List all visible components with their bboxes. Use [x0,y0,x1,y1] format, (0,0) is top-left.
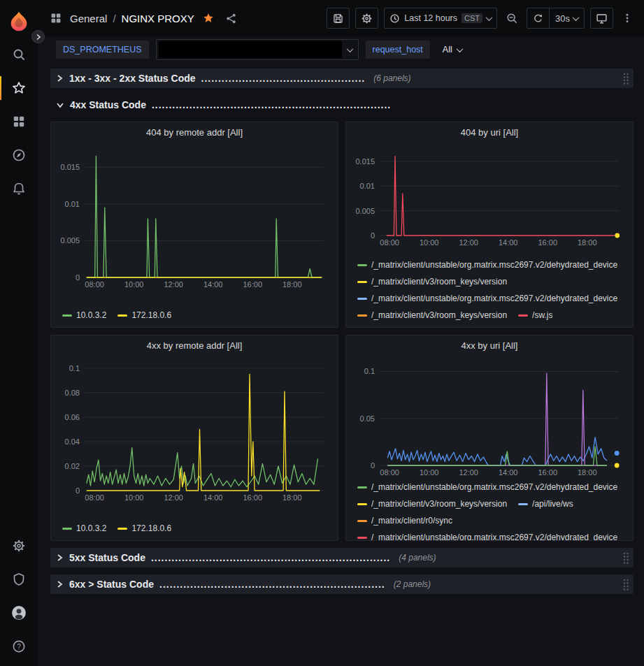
legend-item[interactable]: 172.18.0.6 [117,521,171,536]
legend-label: 172.18.0.6 [131,307,171,323]
sidebar-item-alerting[interactable] [0,172,38,205]
legend-swatch [357,503,367,505]
svg-text:0.005: 0.005 [355,207,375,215]
breadcrumb-folder[interactable]: General [70,13,107,24]
row-dots-leader: ........................................… [152,99,391,110]
chevron-down-icon [486,14,493,21]
grafana-flame-icon [7,10,31,34]
legend-item[interactable]: 10.0.3.2 [62,521,106,536]
sidebar-item-profile[interactable] [0,596,38,630]
panel-title[interactable]: 4xx by uri [All] [461,340,518,351]
star-filled-icon [203,13,214,24]
kebab-menu-button[interactable] [619,9,636,27]
svg-text:10:00: 10:00 [124,280,144,289]
row-drag-handle[interactable] [622,578,629,591]
legend-label: /_matrix/client/r0/sync [371,513,452,528]
panel-header[interactable]: 404 by remote addr [All] [51,122,338,142]
svg-text:0.08: 0.08 [65,389,80,397]
svg-text:0.02: 0.02 [65,462,80,470]
refresh-interval-value: 30s [555,13,570,24]
main-area: General / NGINX PROXY [38,0,644,666]
svg-text:16:00: 16:00 [538,238,557,247]
chart-canvas[interactable]: 00.020.040.060.080.108:0010:0012:0014:00… [52,355,334,503]
legend-label: /_matrix/client/unstable/org.matrix.msc2… [371,257,617,273]
save-dashboard-button[interactable] [327,8,350,29]
row-title: 6xx > Status Code [69,579,154,590]
svg-text:0.06: 0.06 [65,413,80,421]
chart-canvas[interactable]: 00.050.108:0010:0012:0014:0016:0018:00 [348,355,629,478]
legend-item[interactable]: /_matrix/client/unstable/org.matrix.msc2… [357,257,617,273]
time-range-picker[interactable]: Last 12 hours CST [384,8,497,29]
sidebar-item-settings[interactable] [0,529,38,563]
datasource-variable-label[interactable]: DS_PROMETHEUS [56,41,149,59]
panel-header[interactable]: 4xx by uri [All] [346,335,633,355]
legend-item[interactable]: /_matrix/client/unstable/org.matrix.msc2… [357,530,617,541]
row-drag-handle[interactable] [622,72,629,85]
legend-item[interactable]: /_matrix/client/unstable/org.matrix.msc2… [357,291,617,306]
legend-item[interactable]: /_matrix/client/v3/room_keys/version [357,274,507,289]
svg-text:0.1: 0.1 [69,364,80,372]
row-header-1xx-3xx-2xx[interactable]: 1xx - 3xx - 2xx Status Code ............… [50,68,634,88]
help-icon: ? [12,639,26,653]
page-title[interactable]: NGINX PROXY [122,13,194,24]
sidebar-expand-button[interactable] [31,30,45,43]
chart-canvas[interactable]: 00.0050.010.01508:0010:0012:0014:0016:00… [348,142,629,248]
legend-item[interactable]: 172.18.0.6 [117,307,171,323]
legend-swatch [357,486,367,488]
apps-grid-icon [48,10,64,27]
gear-icon [361,13,373,24]
legend-item[interactable]: /sw.js [518,307,552,323]
legend-item[interactable]: /_matrix/client/unstable/org.matrix.msc2… [357,479,617,495]
share-button[interactable] [222,10,240,27]
legend-item[interactable]: /api/live/ws [518,496,573,512]
svg-text:0.01: 0.01 [65,200,80,208]
dashboard-settings-button[interactable] [355,8,378,29]
sidebar-item-explore[interactable] [0,138,38,172]
legend-swatch [357,537,367,539]
sidebar-item-starred[interactable] [0,71,38,105]
svg-text:12:00: 12:00 [459,238,478,247]
panel-title[interactable]: 404 by uri [All] [461,127,518,138]
legend-swatch [518,314,528,317]
svg-text:0.015: 0.015 [60,163,80,171]
legend-item[interactable]: /_matrix/client/r0/sync [357,513,452,528]
clock-icon [389,13,400,24]
chart-canvas[interactable]: 00.0050.010.01508:0010:0012:0014:0016:00… [52,142,334,290]
svg-text:12:00: 12:00 [459,468,478,477]
request-host-variable-dropdown[interactable]: All [437,41,468,59]
row-header-6xx[interactable]: 6xx > Status Code ......................… [50,574,634,594]
row-title: 5xx Status Code [69,552,145,563]
panel-title[interactable]: 4xx by remote addr [All] [147,340,243,351]
zoom-out-button[interactable] [503,9,521,27]
panel-header[interactable]: 4xx by remote addr [All] [51,335,338,355]
row-header-5xx[interactable]: 5xx Status Code ........................… [50,548,634,567]
favorite-star-button[interactable] [200,10,217,27]
topbar-actions: Last 12 hours CST [327,8,636,29]
sidebar-item-server-admin[interactable] [0,563,38,596]
svg-text:0: 0 [76,486,80,495]
share-icon [225,13,237,24]
panel-header[interactable]: 404 by uri [All] [346,122,633,142]
legend-item[interactable]: /_matrix/client/v3/room_keys/version [357,307,507,323]
row-drag-handle[interactable] [622,551,629,564]
svg-text:0: 0 [371,461,375,470]
legend-item[interactable]: /_matrix/client/v3/room_keys/version [357,496,507,512]
dashboard-topbar: General / NGINX PROXY [38,0,644,36]
legend-item[interactable]: 10.0.3.2 [62,307,106,323]
sidebar-item-search[interactable] [0,38,38,71]
svg-text:12:00: 12:00 [164,493,183,502]
tv-mode-button[interactable] [590,8,613,29]
refresh-interval-dropdown[interactable]: 30s [549,8,584,28]
svg-text:14:00: 14:00 [203,493,223,502]
host-variable-dropdown[interactable] [156,39,359,60]
svg-text:0.005: 0.005 [60,236,80,245]
search-icon [12,48,26,61]
timezone-badge: CST [461,13,482,23]
panel-title[interactable]: 404 by remote addr [All] [146,127,243,138]
row-header-4xx[interactable]: 4xx Status Code ........................… [50,95,634,115]
request-host-variable-label[interactable]: request_host [366,41,430,59]
refresh-button[interactable] [527,8,549,28]
legend-swatch [518,503,528,505]
sidebar-item-help[interactable]: ? [0,630,38,663]
sidebar-item-dashboards[interactable] [0,105,38,138]
